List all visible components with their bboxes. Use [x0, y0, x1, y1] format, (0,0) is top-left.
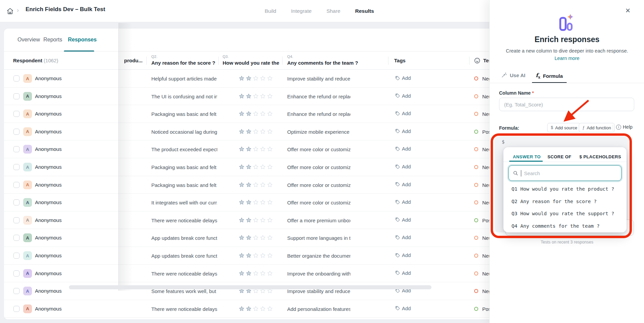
add-tag-button[interactable]: Add [395, 128, 411, 134]
add-tag-button[interactable]: Add [395, 270, 411, 276]
add-tag-button[interactable]: Add [395, 182, 411, 187]
q2-answer-cell[interactable]: Noticed occasional lag during ... [151, 129, 217, 135]
nav-results[interactable]: Results [355, 8, 374, 14]
q4-answer-cell[interactable]: Offer more color or customizat... [287, 164, 350, 170]
q4-answer-cell[interactable]: Offer more color or customizat... [287, 182, 350, 188]
tab-formula[interactable]: fx Formula [536, 72, 563, 79]
add-tag-button[interactable]: Add [395, 75, 411, 81]
row-checkbox[interactable] [13, 93, 20, 99]
dollar-icon: $ [551, 125, 553, 130]
dropdown-item[interactable]: Q3 How would you rate the support ? [512, 211, 614, 216]
respondent-name[interactable]: Anonymous [35, 270, 62, 276]
respondent-name[interactable]: Anonymous [35, 306, 62, 312]
row-checkbox[interactable] [13, 306, 20, 312]
tab-overview[interactable]: Overview [17, 37, 40, 43]
row-checkbox[interactable] [13, 111, 20, 117]
respondent-name[interactable]: Anonymous [35, 93, 62, 99]
nav-integrate[interactable]: Integrate [291, 8, 311, 14]
avatar: A [23, 216, 32, 225]
row-checkbox[interactable] [13, 146, 20, 152]
row-checkbox[interactable] [13, 217, 20, 223]
q2-answer-cell[interactable]: The product exceeded expect... [151, 147, 217, 152]
q2-answer-cell[interactable]: Packaging was basic and felt u... [151, 111, 217, 117]
dropdown-item[interactable]: Q4 Any comments for the team ? [512, 223, 600, 229]
dropdown-tab-answer-to[interactable]: ANSWER TO [513, 154, 541, 159]
add-tag-button[interactable]: Add [395, 93, 411, 99]
row-checkbox[interactable] [13, 235, 20, 241]
q4-answer-cell[interactable]: Enhance the refund or replace... [287, 94, 350, 99]
row-checkbox[interactable] [13, 129, 20, 135]
respondent-name[interactable]: Anonymous [35, 253, 62, 258]
column-name-input[interactable] [499, 98, 634, 111]
respondent-name[interactable]: Anonymous [35, 182, 62, 188]
q2-answer-cell[interactable]: Packaging was basic and felt u... [151, 182, 217, 188]
q4-answer-cell[interactable]: Enhance the refund or replace... [287, 111, 350, 117]
add-tag-button[interactable]: Add [395, 199, 411, 205]
q2-answer-cell[interactable]: Packaging was basic and felt u... [151, 164, 217, 170]
dropdown-tab-placeholders[interactable]: $ PLACEHOLDERS [579, 154, 621, 159]
sentiment-dot [474, 218, 478, 222]
respondent-name[interactable]: Anonymous [35, 164, 62, 170]
q4-answer-cell[interactable]: Offer more color or customizat... [287, 147, 350, 152]
respondent-name[interactable]: Anonymous [35, 146, 62, 152]
tab-use-ai[interactable]: Use AI [501, 72, 525, 78]
q4-answer-cell[interactable]: Better organize the document... [287, 253, 350, 259]
horizontal-scrollbar[interactable] [69, 285, 431, 289]
q2-answer-cell[interactable]: There were noticeable delays ... [151, 271, 217, 277]
row-checkbox[interactable] [13, 199, 20, 205]
q2-answer-cell[interactable]: App updates break core functi... [151, 253, 217, 259]
row-checkbox[interactable] [13, 288, 20, 294]
dropdown-search-input[interactable]: Search [508, 165, 621, 181]
q2-answer-cell[interactable]: There were noticeable delays ... [151, 218, 217, 223]
respondent-name[interactable]: Anonymous [35, 217, 62, 223]
close-icon[interactable]: ✕ [625, 7, 631, 14]
q2-answer-cell[interactable]: App updates break core functi... [151, 235, 217, 241]
dropdown-tab-score-of[interactable]: SCORE OF [547, 154, 571, 159]
add-function-button[interactable]: ƒ Add function [579, 123, 615, 132]
q4-answer-cell[interactable]: Offer a more premium unboxin... [287, 218, 350, 223]
q2-answer-cell[interactable]: Helpful support articles made ... [151, 76, 217, 82]
respondent-name[interactable]: Anonymous [35, 288, 62, 294]
add-tag-button[interactable]: Add [395, 217, 411, 223]
star-icon [239, 235, 244, 240]
q2-answer-cell[interactable]: There were noticeable delays ... [151, 306, 217, 312]
nav-build[interactable]: Build [265, 8, 276, 14]
respondent-name[interactable]: Anonymous [35, 111, 62, 117]
dropdown-item[interactable]: Q1 How would you rate the product ? [512, 186, 614, 192]
row-checkbox[interactable] [13, 253, 20, 259]
learn-more-link[interactable]: Learn more [490, 56, 644, 61]
add-source-button[interactable]: $ Add source [547, 123, 581, 132]
dropdown-item[interactable]: Q2 Any reason for the score ? [512, 199, 597, 204]
q4-answer-cell[interactable]: Support more languages in the... [287, 235, 350, 241]
add-tag-button[interactable]: Add [395, 146, 411, 152]
q2-answer-cell[interactable]: The UI is confusing and not int... [151, 94, 217, 99]
col-label-q2: Q2. [151, 55, 157, 59]
respondent-name[interactable]: Anonymous [35, 199, 62, 205]
help-button[interactable]: i Help [616, 124, 633, 130]
row-checkbox[interactable] [13, 75, 20, 82]
q4-answer-cell[interactable]: Add personalization features f... [287, 306, 350, 312]
home-icon[interactable] [6, 7, 14, 15]
chevron-right-icon: › [17, 7, 19, 14]
respondent-name[interactable]: Anonymous [35, 129, 62, 134]
add-tag-button[interactable]: Add [395, 305, 411, 311]
q4-answer-cell[interactable]: Improve the onboarding with v... [287, 271, 350, 277]
q2-answer-cell[interactable]: It integrates well with our curr... [151, 200, 217, 205]
row-checkbox[interactable] [13, 182, 20, 188]
respondent-name[interactable]: Anonymous [35, 75, 62, 81]
row-checkbox[interactable] [13, 164, 20, 170]
add-tag-button[interactable]: Add [395, 252, 411, 258]
row-checkbox[interactable] [13, 270, 20, 277]
q4-answer-cell[interactable]: Offer more color or customizat... [287, 200, 350, 205]
add-tag-button[interactable]: Add [395, 164, 411, 169]
q4-answer-cell[interactable]: Optimize mobile experience a... [287, 129, 350, 135]
star-icon [267, 111, 273, 117]
add-tag-button[interactable]: Add [395, 234, 411, 240]
star-icon [246, 129, 252, 134]
respondent-name[interactable]: Anonymous [35, 235, 62, 240]
tab-responses[interactable]: Responses [68, 37, 97, 43]
nav-share[interactable]: Share [327, 8, 340, 14]
tab-reports[interactable]: Reports [43, 37, 62, 43]
q4-answer-cell[interactable]: Improve stability and reduce c... [287, 76, 350, 82]
add-tag-button[interactable]: Add [395, 110, 411, 116]
